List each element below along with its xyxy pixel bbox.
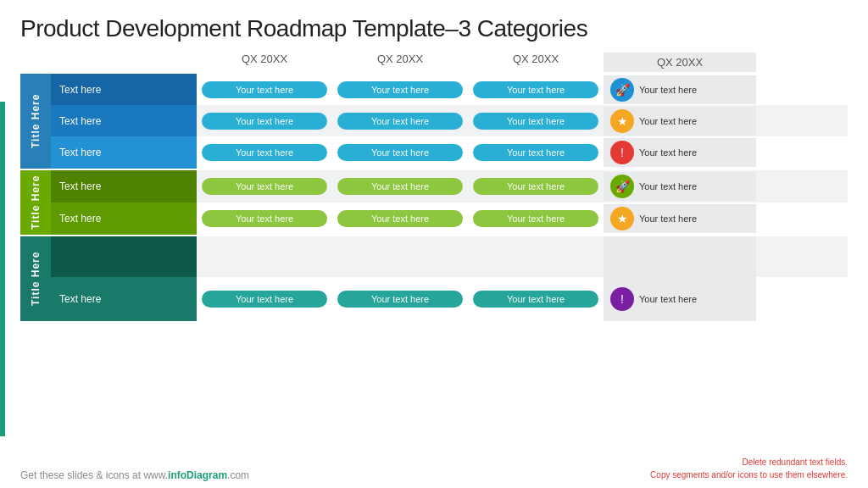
cat1-data-row3: Your text here Your text here Your text … <box>197 136 848 169</box>
cat1-r3-c2: Your text here <box>332 141 468 164</box>
cat1-r2-icon-row: ★ Your text here <box>604 107 756 136</box>
cat1-r1-c1-pill[interactable]: Your text here <box>202 81 327 98</box>
footer-right: Delete redundant text fields. Copy segme… <box>650 456 848 481</box>
cat1-r3-c3-pill[interactable]: Your text here <box>473 144 598 161</box>
cat2-data-row2: Your text here Your text here Your text … <box>197 202 848 235</box>
cat1-r3-c2-pill[interactable]: Your text here <box>337 144 463 161</box>
cat2-r2-c2-pill[interactable]: Your text here <box>337 210 463 227</box>
header-col4: QX 20XX <box>604 53 756 72</box>
cat3-title: Title Here <box>20 236 51 321</box>
cat2-r2-icon-row: ★ Your text here <box>604 204 756 233</box>
cat2-r1-c1: Your text here <box>197 175 332 197</box>
cat1-r1-icon-row: 🚀 Your text here <box>604 75 756 104</box>
cat1-r2-c2-pill[interactable]: Your text here <box>337 113 463 130</box>
cat1-data-row2: Your text here Your text here Your text … <box>197 105 848 136</box>
footer-left: Get these slides & icons at www.infoDiag… <box>20 469 249 481</box>
cat1-r3-c1: Your text here <box>197 141 332 164</box>
star-icon-1: ★ <box>610 109 634 133</box>
cat1-row2-label: Text here <box>51 105 197 136</box>
footer-right-line2: Copy segments and/or icons to use them e… <box>650 470 848 480</box>
cat1-r1-c1: Your text here <box>197 79 332 101</box>
cat2-r1-icon-text: Your text here <box>639 181 749 191</box>
category-1: Title Here Text here Text here Text here… <box>20 74 848 169</box>
cat1-labels: Text here Text here Text here <box>51 74 197 169</box>
cat2-labels: Text here Text here <box>51 170 197 235</box>
cat1-title: Title Here <box>20 74 51 169</box>
cat1-r1-c3: Your text here <box>468 79 604 101</box>
cat3-spacer <box>51 236 197 277</box>
cat1-data: Your text here Your text here Your text … <box>197 74 848 169</box>
cat1-r2-c1-pill[interactable]: Your text here <box>202 113 327 130</box>
cat3-r1-c3-pill[interactable]: Your text here <box>473 291 598 308</box>
cat1-data-row1: Your text here Your text here Your text … <box>197 74 848 105</box>
cat2-data: Your text here Your text here Your text … <box>197 170 848 235</box>
cat1-r1-c3-pill[interactable]: Your text here <box>473 81 598 98</box>
category-2: Title Here Text here Text here Your text… <box>20 170 848 235</box>
header-col3: QX 20XX <box>468 53 604 72</box>
left-accent <box>0 102 5 436</box>
cat2-r2-c1-pill[interactable]: Your text here <box>202 210 327 227</box>
cat2-r1-c2-pill[interactable]: Your text here <box>337 178 463 195</box>
cat1-r2-c3: Your text here <box>468 110 604 132</box>
cat2-r1-icon-row: 🚀 Your text here <box>604 172 756 201</box>
page-title: Product Development Roadmap Template–3 C… <box>20 15 848 42</box>
cat3-r1-c1: Your text here <box>197 288 332 310</box>
cat1-r1-c2-pill[interactable]: Your text here <box>337 81 463 98</box>
cat2-row1-label: Text here <box>51 170 197 202</box>
page: Product Development Roadmap Template–3 C… <box>0 0 868 488</box>
cat2-r2-c3-pill[interactable]: Your text here <box>473 210 598 227</box>
cat2-r2-icon-text: Your text here <box>639 214 749 224</box>
cat2-r1-c3: Your text here <box>468 175 604 197</box>
cat1-r2-icon-text: Your text here <box>639 116 749 126</box>
cat1-row1-label: Text here <box>51 74 197 105</box>
header-col1: QX 20XX <box>197 53 332 72</box>
cat3-r1-c2: Your text here <box>332 288 468 310</box>
cat1-r2-c3-pill[interactable]: Your text here <box>473 113 598 130</box>
brand-name: infoDiagram <box>168 469 227 481</box>
cat3-spacer-c4 <box>604 236 756 277</box>
footer: Get these slides & icons at www.infoDiag… <box>20 456 848 481</box>
footer-right-line1: Delete redundant text fields. <box>742 458 848 467</box>
cat3-row1-label: Text here <box>51 277 197 321</box>
cat2-row2-label: Text here <box>51 202 197 235</box>
cat2-title: Title Here <box>20 170 51 235</box>
cat3-r1-icon-row: ! Your text here <box>604 277 756 321</box>
cat3-r1-icon-text: Your text here <box>639 294 749 304</box>
cat3-spacer-row <box>197 236 848 277</box>
cat2-r2-c3: Your text here <box>468 208 604 230</box>
cat3-data: Your text here Your text here Your text … <box>197 236 848 321</box>
cat3-r1-c2-pill[interactable]: Your text here <box>337 291 463 308</box>
cat2-r2-c2: Your text here <box>332 208 468 230</box>
cat1-r1-icon-text: Your text here <box>639 85 749 95</box>
cat2-r2-c1: Your text here <box>197 208 332 230</box>
cat1-r3-icon-row: ! Your text here <box>604 138 756 167</box>
cat3-data-row1: Your text here Your text here Your text … <box>197 277 848 321</box>
cat3-labels: Text here <box>51 236 197 321</box>
star-icon-2: ★ <box>610 207 634 230</box>
cat3-r1-c1-pill[interactable]: Your text here <box>202 291 327 308</box>
rocket-icon-2: 🚀 <box>610 175 634 198</box>
category-3: Title Here Text here Your text here <box>20 236 848 321</box>
cat2-r1-c3-pill[interactable]: Your text here <box>473 178 598 195</box>
header-col2: QX 20XX <box>332 53 468 72</box>
cat1-r3-c3: Your text here <box>468 141 604 164</box>
cat2-r1-c2: Your text here <box>332 175 468 197</box>
cat1-r2-c1: Your text here <box>197 110 332 132</box>
exclaim-icon-1: ! <box>610 141 634 164</box>
cat1-row3-label: Text here <box>51 136 197 169</box>
rocket-icon-1: 🚀 <box>610 78 634 102</box>
cat3-r1-c3: Your text here <box>468 288 604 310</box>
cat1-r2-c2: Your text here <box>332 110 468 132</box>
cat2-r1-c1-pill[interactable]: Your text here <box>202 178 327 195</box>
cat1-r3-icon-text: Your text here <box>639 147 749 158</box>
exclaim-icon-2: ! <box>610 287 634 311</box>
cat2-data-row1: Your text here Your text here Your text … <box>197 170 848 202</box>
cat1-r1-c2: Your text here <box>332 79 468 101</box>
cat1-r3-c1-pill[interactable]: Your text here <box>202 144 327 161</box>
